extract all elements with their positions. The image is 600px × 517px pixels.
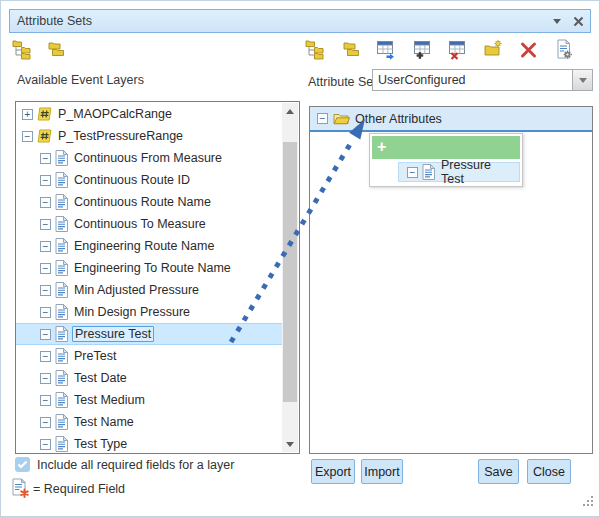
field-icon <box>55 304 68 320</box>
expander-icon[interactable]: + <box>22 109 33 120</box>
tree-item-label: Continuous To Measure <box>72 217 208 231</box>
field-icon <box>55 326 68 342</box>
open-attribute-folders-icon[interactable] <box>340 38 363 61</box>
expander-icon[interactable]: − <box>40 373 51 384</box>
table-export-icon[interactable] <box>375 38 398 61</box>
open-folders-icon[interactable] <box>45 38 68 61</box>
toolbar-left <box>11 38 68 61</box>
tree-item[interactable]: +P_MAOPCalcRange <box>16 103 282 125</box>
tree-item[interactable]: −Engineering To Route Name <box>16 257 282 279</box>
expander-icon[interactable]: − <box>40 175 51 186</box>
add-event-layer-icon[interactable] <box>11 38 34 61</box>
field-icon <box>55 370 68 386</box>
tree-item[interactable]: −Test Medium <box>16 389 282 411</box>
field-icon <box>422 164 435 180</box>
attribute-set-label: Attribute Set: <box>308 75 380 89</box>
dragged-item: − Pressure Test <box>398 162 520 182</box>
field-icon <box>55 150 68 166</box>
tree-item[interactable]: −Test Name <box>16 411 282 433</box>
tree-item-label: Continuous Route Name <box>72 195 213 209</box>
tree-item[interactable]: −Min Design Pressure <box>16 301 282 323</box>
expander-icon[interactable]: − <box>40 263 51 274</box>
available-event-layers-heading: Available Event Layers <box>17 73 144 87</box>
tree-item[interactable]: −P_TestPressureRange <box>16 125 282 147</box>
expander-icon[interactable]: − <box>40 329 51 340</box>
expander-icon[interactable]: − <box>40 241 51 252</box>
attribute-set-dropdown[interactable]: UserConfigured <box>372 69 593 91</box>
expander-icon[interactable]: − <box>40 439 51 450</box>
tree-item[interactable]: −Continuous To Measure <box>16 213 282 235</box>
field-icon <box>55 436 68 452</box>
expander-icon[interactable]: − <box>40 351 51 362</box>
tree-item-label: Engineering Route Name <box>72 239 216 253</box>
field-icon <box>55 216 68 232</box>
scroll-up-icon[interactable] <box>282 103 298 119</box>
tree-item[interactable]: −Continuous Route Name <box>16 191 282 213</box>
delete-icon[interactable] <box>517 38 540 61</box>
tree-item-label: Test Name <box>72 415 136 429</box>
export-button[interactable]: Export <box>311 459 355 484</box>
tree-item[interactable]: −Engineering Route Name <box>16 235 282 257</box>
table-remove-field-icon[interactable] <box>446 38 469 61</box>
tree-item-label: Test Type <box>72 437 129 451</box>
save-button[interactable]: Save <box>478 459 519 484</box>
tree-item[interactable]: −Pressure Test <box>16 323 282 345</box>
field-icon <box>55 414 68 430</box>
tree-item-label: Min Adjusted Pressure <box>72 283 201 297</box>
titlebar[interactable]: Attribute Sets <box>9 9 591 33</box>
expander-icon[interactable]: − <box>40 219 51 230</box>
document-settings-icon[interactable] <box>553 38 576 61</box>
include-required-fields-checkbox[interactable] <box>15 457 30 472</box>
close-button[interactable]: Close <box>527 459 571 484</box>
tree-item-label: P_TestPressureRange <box>56 129 185 143</box>
resize-grip[interactable] <box>583 493 594 511</box>
import-button[interactable]: Import <box>361 459 403 484</box>
tree-item-label: Continuous From Measure <box>72 151 224 165</box>
tree-item[interactable]: −Test Type <box>16 433 282 454</box>
tree-item[interactable]: −PreTest <box>16 345 282 367</box>
tree-item-label: Test Date <box>72 371 129 385</box>
expander-icon[interactable]: − <box>40 153 51 164</box>
folder-open-icon <box>333 112 350 126</box>
tree-item[interactable]: −Min Adjusted Pressure <box>16 279 282 301</box>
plus-icon: + <box>377 138 386 155</box>
tree-item-label: Min Design Pressure <box>72 305 192 319</box>
tree-item[interactable]: −Continuous Route ID <box>16 169 282 191</box>
expander-icon[interactable]: − <box>317 113 328 124</box>
new-folder-icon[interactable] <box>482 38 505 61</box>
other-attributes-label: Other Attributes <box>355 112 442 126</box>
attribute-set-value: UserConfigured <box>373 70 572 90</box>
expander-icon[interactable]: − <box>40 197 51 208</box>
field-icon <box>55 172 68 188</box>
expander-icon[interactable]: − <box>40 307 51 318</box>
expander-icon: − <box>407 167 418 178</box>
chevron-down-icon[interactable] <box>548 12 566 30</box>
event-layer-icon <box>37 107 52 121</box>
table-add-field-icon[interactable] <box>411 38 434 61</box>
expander-icon[interactable]: − <box>40 285 51 296</box>
dragged-item-label: Pressure Test <box>439 158 515 186</box>
other-attributes-node[interactable]: − Other Attributes <box>310 107 592 132</box>
drag-drop-preview: + − Pressure Test <box>369 133 523 187</box>
field-icon <box>55 282 68 298</box>
scrollbar-thumb[interactable] <box>283 142 297 402</box>
expander-icon[interactable]: − <box>40 395 51 406</box>
scrollbar[interactable] <box>282 103 298 452</box>
tree-item-label: Continuous Route ID <box>72 173 192 187</box>
close-icon[interactable] <box>569 12 587 30</box>
expander-icon[interactable]: − <box>40 417 51 428</box>
available-event-layers-panel: +P_MAOPCalcRange−P_TestPressureRange−Con… <box>15 101 300 454</box>
field-icon <box>55 238 68 254</box>
tree-item[interactable]: −Test Date <box>16 367 282 389</box>
tree-item-label: PreTest <box>72 349 118 363</box>
tree-item-label: Pressure Test <box>72 326 154 342</box>
tree-item[interactable]: −Continuous From Measure <box>16 147 282 169</box>
tree-item-label: Test Medium <box>72 393 147 407</box>
drop-add-indicator: + <box>372 136 520 159</box>
expander-icon[interactable]: − <box>22 131 33 142</box>
scroll-down-icon[interactable] <box>282 436 298 452</box>
required-field-legend: = Required Field <box>33 482 125 496</box>
dropdown-arrow-icon[interactable] <box>572 70 592 90</box>
toolbar-right <box>304 38 576 61</box>
add-attribute-group-icon[interactable] <box>304 38 327 61</box>
